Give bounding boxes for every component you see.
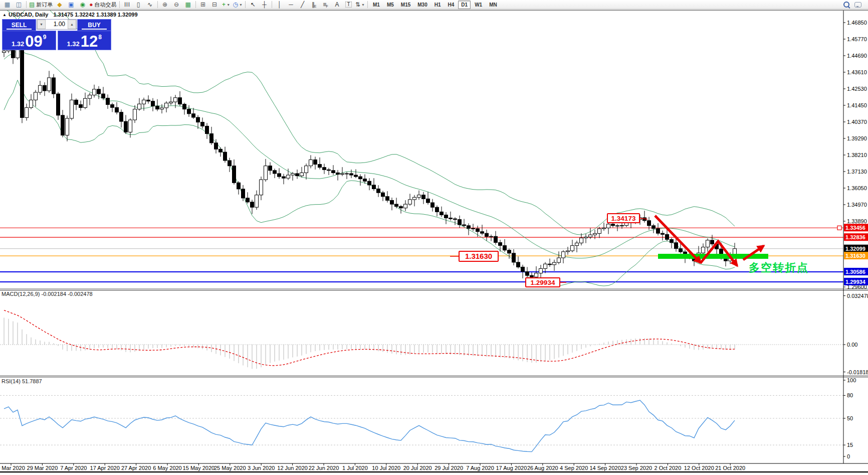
buy-price[interactable]: 1.32 12 8 xyxy=(58,31,112,50)
toolbar: ▦◫▤新订单◆▣◉●自动交易☰▯∿⊕⊖▦⊞⊟+▼◷▼↖┼│─╱∥E≡FAT⇅▼M… xyxy=(0,0,868,10)
text-icon[interactable]: A xyxy=(331,0,343,10)
date-tick-label: 29 Mar 2020 xyxy=(27,465,58,471)
zoom-out-icon[interactable]: ⊖ xyxy=(171,0,182,10)
price-tick-label: 1.41450 xyxy=(847,102,867,108)
arrows-icon[interactable]: ⇅▼ xyxy=(354,0,366,10)
rsi-tick-label: 50 xyxy=(847,415,853,421)
horizontal-line-icon[interactable]: ─ xyxy=(285,0,297,10)
price-callout-text: 1.31630 xyxy=(465,252,492,260)
buy-button[interactable]: BUY xyxy=(77,19,111,31)
date-tick-label: 23 Sep 2020 xyxy=(621,465,652,471)
date-tick-label: 27 Apr 2020 xyxy=(121,465,151,471)
timeframe-mn[interactable]: MN xyxy=(486,1,500,9)
date-axis[interactable]: 9 Mar 202029 Mar 20207 Apr 202017 Apr 20… xyxy=(0,463,745,471)
symbol-marker-icon: ▲ xyxy=(3,13,7,17)
date-tick-label: 17 Apr 2020 xyxy=(90,465,120,471)
sell-button[interactable]: SELL xyxy=(2,19,36,31)
candlestick-icon[interactable]: ▯ xyxy=(133,0,144,10)
chinese-annotation-text: 多空转折点 xyxy=(749,261,809,274)
date-tick-label: 3 Jun 2020 xyxy=(248,465,275,471)
macd-label: MACD(12,26,9) -0.002184 -0.002478 xyxy=(2,291,93,297)
vertical-line-icon[interactable]: │ xyxy=(274,0,285,10)
price-line-label: 1.33456 xyxy=(845,225,865,231)
price-line-label: 1.30586 xyxy=(845,269,865,275)
new-chart-icon[interactable]: ▦ xyxy=(2,0,13,10)
volume-down-button[interactable]: ▼ xyxy=(37,20,46,29)
macd-tick-label: 0.00 xyxy=(847,342,857,348)
terminal-icon[interactable]: ▣ xyxy=(65,0,77,10)
autotrading-button[interactable]: ●自动交易 xyxy=(88,0,117,10)
one-click-trade-panel: SELL ▼ 1.00 ▲ BUY 1.32 09 9 1.32 12 8 xyxy=(2,19,111,50)
toolbar-separator xyxy=(272,1,272,8)
date-tick-label: 10 Jul 2020 xyxy=(372,465,400,471)
price-line-label: 1.29934 xyxy=(845,279,866,285)
rsi-tick-label: 100 xyxy=(847,377,856,383)
cursor-icon[interactable]: ↖ xyxy=(247,0,259,10)
add-indicator-icon[interactable]: +▼ xyxy=(221,0,232,10)
timeframe-h1[interactable]: H1 xyxy=(431,1,444,9)
date-tick-label: 17 Aug 2020 xyxy=(496,465,527,471)
date-tick-label: 15 May 2020 xyxy=(183,465,215,471)
volume-up-button[interactable]: ▲ xyxy=(68,20,76,29)
date-tick-label: 20 Jul 2020 xyxy=(403,465,432,471)
price-tick-label: 1.46850 xyxy=(847,20,867,26)
date-tick-label: 2 Oct 2020 xyxy=(654,465,681,471)
metaeditor-icon[interactable]: ◆ xyxy=(54,0,65,10)
line-chart-icon[interactable]: ∿ xyxy=(144,0,156,10)
timeframe-h4[interactable]: H4 xyxy=(445,1,458,9)
buy-price-big: 12 xyxy=(81,36,98,48)
date-tick-label: 25 May 2020 xyxy=(214,465,246,471)
macd-tick-label: 0.032478 xyxy=(847,293,868,299)
price-line-label: 1.32099 xyxy=(845,246,865,252)
timeframe-w1[interactable]: W1 xyxy=(472,1,485,9)
toolbar-separator xyxy=(195,1,196,8)
price-tick-label: 1.44690 xyxy=(847,53,867,59)
price-line-label: 1.32836 xyxy=(845,234,865,240)
chart-background xyxy=(0,10,868,475)
channel-icon[interactable]: ∥E xyxy=(308,0,320,10)
date-tick-label: 29 Jul 2020 xyxy=(435,465,463,471)
template-icon[interactable]: ⊟ xyxy=(209,0,221,10)
rsi-tick-label: 15 xyxy=(847,442,853,448)
sell-price-sup: 9 xyxy=(43,34,47,41)
rsi-tick-label: 0 xyxy=(847,453,850,459)
volume-input[interactable]: 1.00 xyxy=(46,20,68,29)
price-tick-label: 1.45770 xyxy=(847,36,867,42)
rsi-label: RSI(14) 51.7887 xyxy=(2,378,42,384)
price-callout-text: 1.29934 xyxy=(531,279,555,286)
toolbar-separator xyxy=(157,1,158,8)
timeframe-m30[interactable]: M30 xyxy=(414,1,430,9)
sell-price[interactable]: 1.32 09 9 xyxy=(2,31,56,50)
profiles-icon[interactable]: ◫ xyxy=(13,0,25,10)
period-icon[interactable]: ◷▼ xyxy=(232,0,244,10)
zoom-in-icon[interactable]: ⊕ xyxy=(159,0,171,10)
timeframe-m5[interactable]: M5 xyxy=(384,1,397,9)
label-icon[interactable]: T xyxy=(343,0,354,10)
tile-windows-icon[interactable]: ▦ xyxy=(182,0,194,10)
volume-stepper: ▼ 1.00 ▲ xyxy=(37,19,77,30)
search-icon[interactable] xyxy=(840,0,852,10)
date-tick-label: 12 Oct 2020 xyxy=(684,465,714,471)
buy-price-sup: 8 xyxy=(98,34,102,41)
date-tick-label: 7 Aug 2020 xyxy=(466,465,494,471)
bar-chart-icon[interactable]: ☰ xyxy=(121,0,133,10)
indicator-window-icon[interactable]: ⊞ xyxy=(197,0,209,10)
signals-icon[interactable]: ◉ xyxy=(77,0,88,10)
timeframe-m15[interactable]: M15 xyxy=(398,1,413,9)
chart-canvas[interactable]: 1.341731.316301.29934多空转折点1.468501.45770… xyxy=(0,10,868,475)
chat-icon[interactable] xyxy=(852,0,863,10)
timeframe-d1[interactable]: D1 xyxy=(458,1,471,9)
sell-price-big: 09 xyxy=(25,36,42,48)
date-tick-label: 21 Oct 2020 xyxy=(715,465,745,471)
price-tick-label: 1.40370 xyxy=(847,119,867,125)
new-order-button[interactable]: ▤新订单 xyxy=(28,0,54,10)
trendline-icon[interactable]: ╱ xyxy=(297,0,308,10)
date-tick-label: 4 Sep 2020 xyxy=(560,465,588,471)
timeframe-m1[interactable]: M1 xyxy=(370,1,383,9)
date-tick-label: 26 Aug 2020 xyxy=(527,465,558,471)
crosshair-icon[interactable]: ┼ xyxy=(259,0,270,10)
rsi-tick-label: 80 xyxy=(847,392,853,398)
toolbar-separator xyxy=(367,1,368,8)
price-tick-label: 1.37130 xyxy=(847,169,867,175)
fibonacci-icon[interactable]: ≡F xyxy=(320,0,331,10)
